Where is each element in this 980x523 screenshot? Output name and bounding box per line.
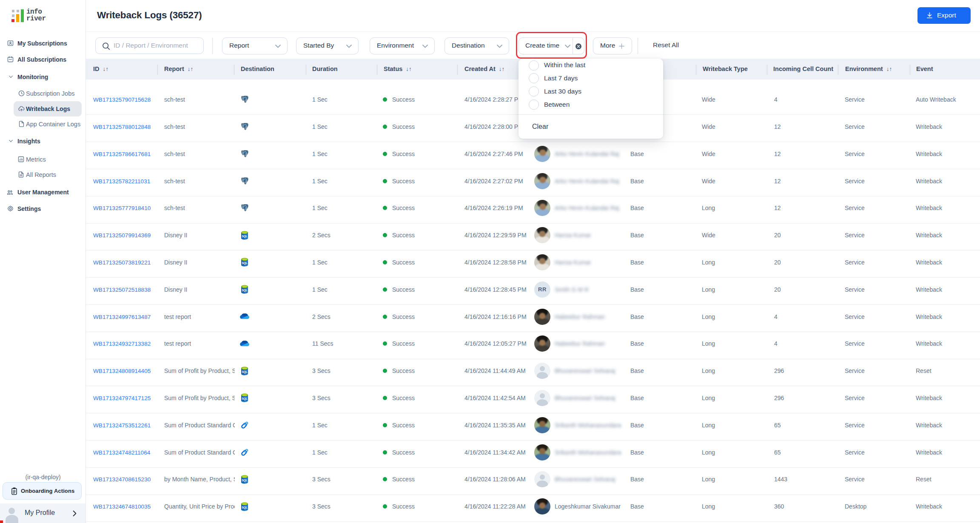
svg-text:SQL: SQL	[242, 370, 247, 373]
svg-text:SQL: SQL	[242, 397, 247, 401]
svg-text:SQL: SQL	[242, 234, 247, 238]
svg-text:SQL: SQL	[242, 262, 247, 265]
svg-text:SQL: SQL	[242, 506, 247, 509]
svg-text:SQL: SQL	[242, 289, 247, 292]
svg-text:SQL: SQL	[242, 478, 247, 482]
